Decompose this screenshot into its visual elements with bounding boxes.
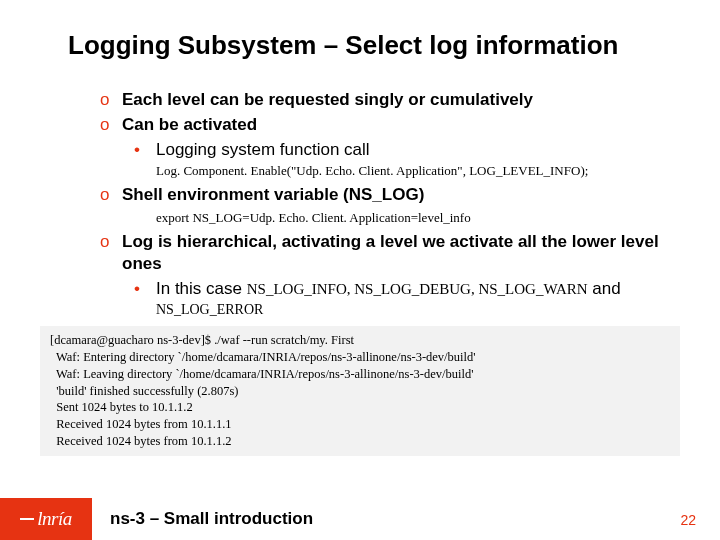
bullet-marker-dot: • (134, 278, 156, 299)
terminal-line: Received 1024 bytes from 10.1.1.1 (50, 416, 670, 433)
terminal-line: Waf: Leaving directory `/home/dcamara/IN… (50, 366, 670, 383)
bullet-text: In this case NS_LOG_INFO, NS_LOG_DEBUG, … (156, 278, 621, 299)
bullet-item: o Shell environment variable (NS_LOG) (100, 184, 670, 206)
code-snippet: Log. Component. Enable("Udp. Echo. Clien… (156, 163, 670, 179)
bullet-marker-o: o (100, 184, 122, 206)
bullet-text: Shell environment variable (NS_LOG) (122, 184, 424, 206)
slide-title: Logging Subsystem – Select log informati… (0, 0, 720, 61)
sub-bullet-item: • In this case NS_LOG_INFO, NS_LOG_DEBUG… (134, 278, 670, 299)
bullet-marker-dot: • (134, 139, 156, 160)
content-area: o Each level can be requested singly or … (0, 61, 720, 318)
code-fragment: NS_LOG_INFO, NS_LOG_DEBUG, NS_LOG_WARN (247, 281, 588, 297)
terminal-line: [dcamara@guacharo ns-3-dev]$ ./waf --run… (50, 332, 670, 349)
terminal-line: 'build' finished successfully (2.807s) (50, 383, 670, 400)
terminal-output: [dcamara@guacharo ns-3-dev]$ ./waf --run… (40, 326, 680, 456)
inria-logo: lnría (0, 498, 92, 540)
text-fragment: In this case (156, 279, 247, 298)
bullet-item: o Can be activated (100, 114, 670, 136)
bullet-text: Logging system function call (156, 139, 370, 160)
bullet-text: Each level can be requested singly or cu… (122, 89, 533, 111)
footer-title: ns-3 – Small introduction (110, 509, 313, 529)
logo-dash-icon (20, 518, 34, 520)
bullet-marker-o: o (100, 231, 122, 275)
bullet-item: o Each level can be requested singly or … (100, 89, 670, 111)
text-fragment: and (588, 279, 621, 298)
terminal-line: Waf: Entering directory `/home/dcamara/I… (50, 349, 670, 366)
terminal-line: Sent 1024 bytes to 10.1.1.2 (50, 399, 670, 416)
logo-text: lnría (37, 508, 71, 530)
footer: lnría ns-3 – Small introduction (0, 498, 720, 540)
code-fragment: NS_LOG_ERROR (156, 302, 670, 318)
sub-bullet-item: • Logging system function call (134, 139, 670, 160)
bullet-item: o Log is hierarchical, activating a leve… (100, 231, 670, 275)
code-snippet: export NS_LOG=Udp. Echo. Client. Applica… (156, 210, 670, 226)
bullet-text: Log is hierarchical, activating a level … (122, 231, 670, 275)
bullet-text: Can be activated (122, 114, 257, 136)
bullet-marker-o: o (100, 89, 122, 111)
page-number: 22 (680, 512, 696, 528)
terminal-line: Received 1024 bytes from 10.1.1.2 (50, 433, 670, 450)
bullet-marker-o: o (100, 114, 122, 136)
